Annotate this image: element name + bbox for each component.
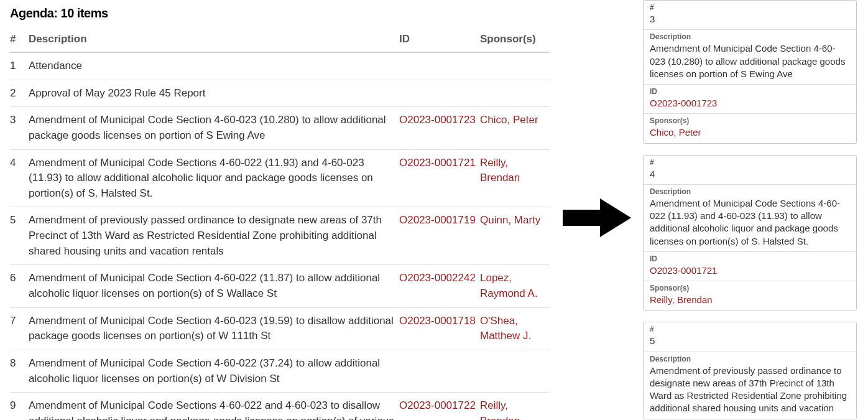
row-num: 2	[10, 80, 29, 107]
row-description: Amendment of Municipal Code Section 4-60…	[29, 265, 399, 307]
card-value-description: Amendment of Municipal Code Section 4-60…	[650, 42, 850, 80]
header-description: Description	[29, 27, 399, 52]
card-label-sponsor: Sponsor(s)	[650, 284, 850, 292]
row-id[interactable]: O2023-0001722	[399, 393, 480, 420]
card-label-description: Description	[650, 355, 850, 363]
card-label-num: #	[650, 325, 850, 334]
row-sponsor[interactable]: O'Shea, Matthew J.	[480, 307, 550, 350]
header-sponsor: Sponsor(s)	[480, 27, 550, 52]
row-description: Amendment of Municipal Code Section 4-60…	[29, 350, 399, 392]
row-num: 4	[10, 149, 29, 207]
table-row: 6Amendment of Municipal Code Section 4-6…	[10, 265, 550, 307]
row-sponsor	[480, 52, 550, 80]
card-value-description: Amendment of Municipal Code Sections 4-6…	[650, 197, 850, 248]
card-value-description: Amendment of previously passed ordinance…	[650, 365, 850, 415]
header-num: #	[10, 27, 29, 52]
row-description: Amendment of Municipal Code Section 4-60…	[29, 307, 399, 350]
detail-cards-panel: #3DescriptionAmendment of Municipal Code…	[643, 0, 859, 420]
row-sponsor[interactable]: Lopez, Raymond A.	[480, 265, 550, 307]
card-label-description: Description	[650, 32, 850, 41]
arrow-icon	[563, 193, 631, 243]
row-num: 7	[10, 307, 29, 350]
row-description: Attendance	[29, 52, 399, 80]
table-row: 7Amendment of Municipal Code Section 4-6…	[10, 307, 550, 350]
row-num: 3	[10, 107, 29, 149]
table-row: 9Amendment of Municipal Code Sections 4-…	[10, 393, 550, 420]
table-row: 1Attendance	[10, 52, 550, 80]
row-id	[399, 350, 480, 392]
row-sponsor[interactable]: Reilly, Brendan	[480, 149, 550, 207]
svg-marker-0	[563, 198, 631, 237]
card-value-sponsor[interactable]: Reilly, Brendan	[650, 294, 850, 306]
row-id	[399, 80, 480, 107]
row-id[interactable]: O2023-0001723	[399, 107, 480, 149]
table-row: 4Amendment of Municipal Code Sections 4-…	[10, 149, 550, 207]
detail-card: #4DescriptionAmendment of Municipal Code…	[643, 155, 857, 311]
header-id: ID	[399, 27, 480, 52]
detail-card: #5DescriptionAmendment of previously pas…	[643, 322, 857, 419]
row-id[interactable]: O2023-0001719	[399, 207, 480, 265]
table-row: 5Amendment of previously passed ordinanc…	[10, 207, 550, 265]
row-num: 9	[10, 393, 29, 420]
row-description: Amendment of previously passed ordinance…	[29, 207, 399, 265]
row-description: Amendment of Municipal Code Sections 4-6…	[29, 393, 399, 420]
card-label-num: #	[650, 158, 850, 167]
table-row: 3Amendment of Municipal Code Section 4-6…	[10, 107, 550, 149]
card-value-num: 4	[650, 168, 850, 180]
row-id[interactable]: O2023-0001721	[399, 149, 480, 207]
agenda-table: # Description ID Sponsor(s) 1Attendance2…	[10, 27, 550, 420]
row-sponsor[interactable]: Chico, Peter	[480, 107, 550, 149]
row-num: 5	[10, 207, 29, 265]
row-id	[399, 52, 480, 80]
card-value-num: 5	[650, 335, 850, 347]
row-description: Amendment of Municipal Code Section 4-60…	[29, 107, 399, 149]
agenda-title: Agenda: 10 items	[10, 6, 550, 21]
table-row: 2Approval of May 2023 Rule 45 Report	[10, 80, 550, 107]
card-label-id: ID	[650, 87, 850, 96]
row-sponsor[interactable]: Quinn, Marty	[480, 207, 550, 265]
card-value-sponsor[interactable]: Chico, Peter	[650, 126, 850, 139]
row-description: Approval of May 2023 Rule 45 Report	[29, 80, 399, 107]
agenda-panel: Agenda: 10 items # Description ID Sponso…	[0, 0, 560, 420]
row-sponsor	[480, 350, 550, 392]
row-sponsor[interactable]: Reilly, Brendan	[480, 393, 550, 420]
card-label-num: #	[650, 3, 850, 12]
card-label-sponsor: Sponsor(s)	[650, 116, 850, 125]
table-header-row: # Description ID Sponsor(s)	[10, 27, 550, 52]
card-value-num: 3	[650, 13, 850, 26]
card-label-id: ID	[650, 254, 850, 263]
row-id[interactable]: O2023-0001718	[399, 307, 480, 350]
card-label-description: Description	[650, 187, 850, 196]
card-value-id[interactable]: O2023-0001723	[650, 97, 850, 110]
row-description: Amendment of Municipal Code Sections 4-6…	[29, 149, 399, 207]
card-value-id[interactable]: O2023-0001721	[650, 264, 850, 277]
row-num: 6	[10, 265, 29, 307]
row-sponsor	[480, 80, 550, 107]
table-row: 8Amendment of Municipal Code Section 4-6…	[10, 350, 550, 392]
row-id[interactable]: O2023-0002242	[399, 265, 480, 307]
row-num: 8	[10, 350, 29, 392]
detail-card: #3DescriptionAmendment of Municipal Code…	[643, 0, 857, 144]
row-num: 1	[10, 52, 29, 80]
